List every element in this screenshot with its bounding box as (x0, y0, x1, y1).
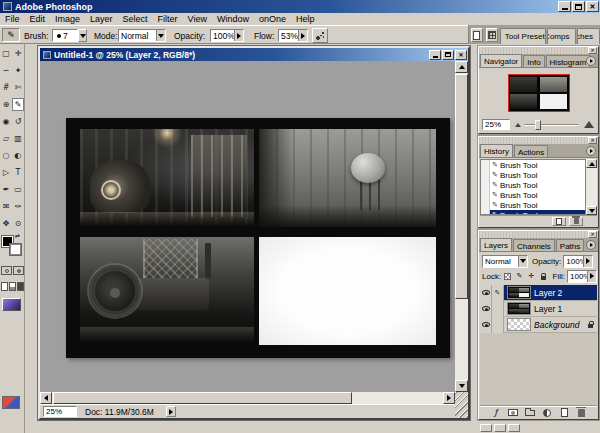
menu-file[interactable]: File (0, 14, 25, 24)
standard-mode-button[interactable] (1, 266, 12, 275)
history-item[interactable]: ✎Brush Tool (481, 180, 585, 190)
palette-menu-button[interactable] (586, 146, 596, 156)
layer-thumbnail[interactable] (507, 302, 531, 315)
flow-field[interactable]: 53% (278, 29, 308, 42)
layer-style-button[interactable]: ƒ (490, 408, 502, 418)
tool-type[interactable]: T (12, 166, 24, 179)
tool-history-brush[interactable]: ↺ (12, 115, 24, 128)
history-source-well[interactable] (481, 160, 490, 170)
lock-paint-button[interactable]: ✎ (514, 271, 525, 282)
brush-preset-picker[interactable]: 7 (52, 29, 78, 42)
status-menu-button[interactable] (166, 406, 176, 417)
tool-rectangular-marquee[interactable]: ▢ (0, 47, 12, 60)
history-source-well[interactable] (481, 170, 490, 180)
new-layer-button[interactable] (558, 408, 570, 418)
menu-layer[interactable]: Layer (85, 14, 118, 24)
plugin-icon[interactable] (2, 396, 20, 409)
layer-name[interactable]: Background (534, 320, 579, 330)
palette-close-button[interactable]: ✕ (588, 137, 597, 144)
tool-shape[interactable]: ▭ (12, 183, 24, 196)
tab-channels[interactable]: Channels (513, 239, 555, 251)
tool-blur[interactable]: ○ (0, 149, 12, 162)
tab-paths[interactable]: Paths (556, 239, 584, 251)
scroll-right-button[interactable] (443, 392, 455, 404)
palette-grab-bar[interactable]: ✕ (479, 231, 598, 238)
doc-close-button[interactable]: ✕ (455, 50, 467, 60)
document-titlebar[interactable]: Untitled-1 @ 25% (Layer 2, RGB/8*) ✕ (40, 48, 468, 61)
tool-eyedropper[interactable]: ✑ (12, 200, 24, 213)
adjustment-layer-button[interactable] (541, 408, 553, 418)
menu-view[interactable]: View (183, 14, 212, 24)
palette-close-button[interactable]: ✕ (588, 231, 597, 238)
tool-pen[interactable]: ✒ (0, 183, 12, 196)
history-source-well[interactable] (481, 190, 490, 200)
delete-state-button[interactable] (569, 217, 583, 226)
maximize-button[interactable] (572, 1, 585, 12)
imageready-button[interactable] (2, 298, 21, 311)
scroll-down-button[interactable] (586, 206, 597, 215)
history-item[interactable]: ✎Brush Tool (481, 170, 585, 180)
visibility-toggle[interactable] (480, 285, 492, 301)
add-mask-button[interactable] (507, 408, 519, 418)
zoom-out-icon[interactable] (515, 123, 521, 127)
layer-row-background[interactable]: Background (480, 317, 597, 333)
new-group-button[interactable] (524, 408, 536, 418)
tab-tool-presets[interactable]: Tool Presets (500, 28, 546, 44)
navigator-zoom-slider[interactable] (524, 124, 578, 126)
tool-zoom[interactable]: ⊙ (12, 217, 24, 230)
tool-notes[interactable]: ✉ (0, 200, 12, 213)
layer-row-layer1[interactable]: Layer 1 (480, 301, 597, 317)
menu-filter[interactable]: Filter (153, 14, 183, 24)
tool-eraser[interactable]: ▱ (0, 132, 12, 145)
palette-close-button[interactable]: ✕ (588, 47, 597, 54)
tool-brush[interactable]: ✎ (12, 98, 24, 111)
scroll-down-button[interactable] (455, 380, 468, 392)
swap-colors-button[interactable]: ⇄ (15, 232, 20, 239)
zoom-in-icon[interactable] (584, 121, 594, 128)
tab-histogram[interactable]: Histogram (546, 55, 590, 67)
palette-grab-bar[interactable]: ✕ (479, 47, 598, 54)
lock-position-button[interactable]: ✛ (526, 271, 537, 282)
tool-lasso[interactable]: ∽ (0, 64, 12, 77)
layer-opacity-field[interactable]: 100% (563, 255, 593, 268)
palette-menu-button[interactable] (586, 240, 596, 250)
scroll-left-button[interactable] (40, 392, 52, 404)
history-source-well[interactable] (481, 200, 490, 210)
menu-help[interactable]: Help (291, 14, 320, 24)
brushes-palette-button[interactable] (486, 28, 498, 42)
background-color-swatch[interactable] (10, 244, 21, 255)
tool-path-selection[interactable]: ▷ (0, 166, 12, 179)
delete-layer-button[interactable] (575, 408, 587, 418)
menu-window[interactable]: Window (212, 14, 254, 24)
tab-layers[interactable]: Layers (480, 238, 512, 251)
tool-magic-wand[interactable]: ✦ (12, 64, 24, 77)
opacity-slider-button[interactable] (234, 30, 243, 41)
fill-slider-button[interactable] (587, 271, 596, 282)
file-browser-button[interactable] (471, 28, 483, 42)
tool-move[interactable]: ✛ (12, 47, 24, 60)
new-snapshot-button[interactable] (552, 217, 566, 226)
tab-swatches[interactable]: Swatches (577, 28, 600, 44)
scroll-up-button[interactable] (586, 159, 597, 168)
scroll-up-button[interactable] (455, 61, 468, 73)
visibility-toggle[interactable] (480, 317, 492, 333)
doc-minimize-button[interactable] (429, 50, 441, 60)
close-button[interactable]: ✕ (586, 1, 599, 12)
navigator-view-box[interactable] (508, 74, 570, 112)
artboard[interactable] (66, 118, 450, 358)
menu-image[interactable]: Image (50, 14, 85, 24)
history-item[interactable]: ✎Brush Tool (481, 160, 585, 170)
tool-hand[interactable]: ✥ (0, 217, 12, 230)
app-titlebar[interactable]: Adobe Photoshop ✕ (0, 0, 600, 13)
palette-menu-button[interactable] (586, 56, 596, 66)
docked-palette-button[interactable] (480, 424, 492, 432)
fullscreen-button[interactable] (17, 282, 24, 291)
tab-info[interactable]: Info (523, 55, 544, 67)
lock-transparency-button[interactable] (502, 271, 513, 282)
docked-palette-button[interactable] (508, 424, 520, 432)
history-item[interactable]: ✎Brush Tool (481, 190, 585, 200)
opacity-slider-button[interactable] (583, 256, 592, 267)
tool-crop[interactable]: # (0, 81, 12, 94)
menu-edit[interactable]: Edit (25, 14, 51, 24)
tab-actions[interactable]: Actions (514, 145, 548, 157)
